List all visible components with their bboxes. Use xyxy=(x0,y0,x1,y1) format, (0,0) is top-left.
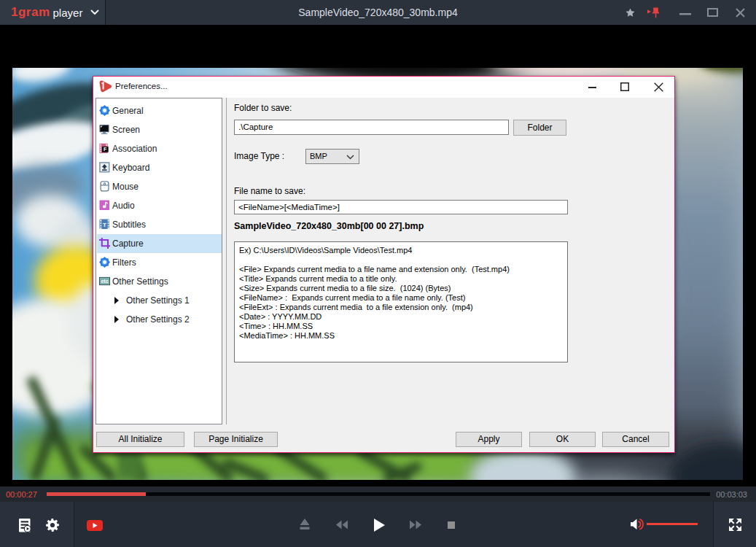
svg-text:T: T xyxy=(103,222,106,228)
svg-text:etc: etc xyxy=(101,279,108,284)
svg-text:F: F xyxy=(104,147,107,152)
